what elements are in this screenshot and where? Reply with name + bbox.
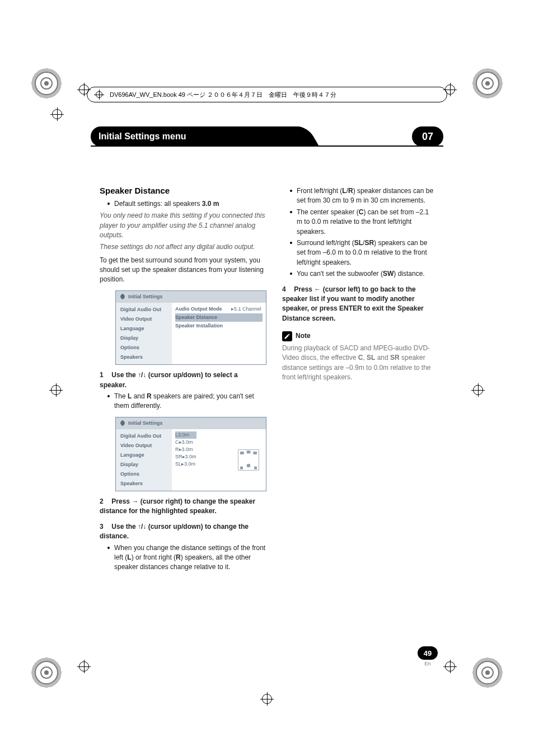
- page-number-badge: 49: [418, 646, 438, 660]
- osd-title: Initial Settings: [128, 293, 163, 300]
- step-1: 1 Use the ↑/↓ (cursor up/down) to select…: [100, 370, 266, 390]
- bullet-icon: [290, 190, 292, 192]
- note-italic-2: These settings do not affect any digital…: [100, 242, 266, 252]
- bullet-icon: [107, 395, 110, 397]
- bullet-icon: [290, 273, 292, 275]
- chapter-number-badge: 07: [412, 126, 443, 147]
- chapter-title: Initial Settings menu: [99, 132, 186, 142]
- osd-left-item: Language: [116, 450, 172, 460]
- osd-left-item: Options: [116, 469, 172, 479]
- print-header-bar: DV696AV_WV_EN.book 49 ページ ２００６年４月７日 金曜日 …: [87, 87, 447, 102]
- default-settings-row: Default settings: all speakers 3.0 m: [107, 199, 266, 209]
- osd-left-item: Options: [116, 343, 172, 353]
- note-heading: Note: [282, 331, 434, 341]
- section-title: Speaker Distance: [100, 185, 266, 197]
- osd-left-item: Display: [116, 334, 172, 343]
- bullet-icon: [290, 242, 292, 244]
- step-2: 2 Press → (cursor right) to change the s…: [100, 497, 266, 516]
- page-language: En: [418, 661, 438, 666]
- osd-left-item: Video Output: [116, 441, 172, 450]
- page-number-block: 49 En: [418, 646, 438, 666]
- right-bullet: The center speaker (C) can be set from –…: [290, 208, 434, 237]
- note-italic-1: You only need to make this setting if yo…: [100, 211, 266, 240]
- intro-paragraph: To get the best surround sound from your…: [100, 256, 266, 285]
- step-4: 4 Press ← (cursor left) to go back to th…: [282, 285, 434, 324]
- osd-left-item: Language: [116, 324, 172, 334]
- pencil-icon: [282, 331, 292, 341]
- registration-mark-tl: [35, 72, 58, 95]
- chapter-title-pill: Initial Settings menu: [91, 126, 303, 147]
- svg-point-1: [247, 464, 251, 468]
- svg-rect-2: [240, 452, 244, 454]
- bullet-icon: [107, 547, 110, 549]
- osd-left-list: Digital Audio Out Video Output Language …: [116, 429, 172, 491]
- osd-screenshot-2: Initial Settings Digital Audio Out Video…: [115, 417, 266, 491]
- osd-right-panel: L3.0m C▸3.0m R▸3.0m SR▸3.0m SL▸3.0m: [172, 429, 266, 491]
- osd-left-item: Display: [116, 460, 172, 469]
- right-bullet: Front left/right (L/R) speaker distances…: [290, 186, 434, 206]
- registration-cross: [49, 383, 63, 397]
- registration-mark-bl: [35, 661, 58, 684]
- osd-left-item: Digital Audio Out: [116, 305, 172, 314]
- bullet-icon: [107, 203, 110, 205]
- osd-left-item: Digital Audio Out: [116, 431, 172, 441]
- step-text: Use the ↑/↓ (cursor up/down) to change t…: [100, 523, 249, 540]
- settings-icon: [119, 293, 126, 300]
- registration-cross: [50, 107, 64, 121]
- svg-rect-3: [253, 452, 257, 454]
- osd-screenshot-1: Initial Settings Digital Audio Out Video…: [115, 290, 266, 365]
- step-number: 1: [100, 370, 110, 380]
- svg-rect-5: [240, 467, 243, 469]
- default-prefix: Default settings: all speakers: [114, 200, 202, 208]
- note-body: During playback of SACD and MPEG-audio D…: [282, 344, 434, 383]
- step1-bullet: The L and R speakers are paired; you can…: [107, 392, 266, 411]
- right-bullet: Surround left/right (SL/SR) speakers can…: [290, 238, 434, 267]
- left-column: Speaker Distance Default settings: all s…: [100, 185, 266, 574]
- default-value: 3.0 m: [202, 200, 219, 208]
- chapter-tab-bar: Initial Settings menu 07: [91, 126, 443, 147]
- osd-right-panel: Audio Output Mode▸ 5.1 Channel Speaker D…: [172, 303, 266, 364]
- step-text: Press → (cursor right) to change the spe…: [100, 497, 255, 515]
- step-text: Press ← (cursor left) to go back to the …: [282, 285, 424, 322]
- room-layout-icon: [235, 446, 263, 474]
- page-content: Speaker Distance Default settings: all s…: [100, 185, 434, 574]
- step-number: 4: [282, 285, 292, 294]
- svg-rect-6: [254, 467, 257, 469]
- step-text: Use the ↑/↓ (cursor up/down) to select a…: [100, 371, 238, 388]
- chapter-number: 07: [422, 131, 433, 143]
- registration-cross: [260, 692, 274, 706]
- distance-table: L3.0m C▸3.0m R▸3.0m SR▸3.0m SL▸3.0m: [175, 431, 196, 489]
- print-header-text: DV696AV_WV_EN.book 49 ページ ２００６年４月７日 金曜日 …: [110, 91, 336, 99]
- osd-left-item: Speakers: [116, 479, 172, 489]
- step-number: 3: [100, 522, 110, 532]
- registration-cross: [443, 660, 457, 673]
- page-number: 49: [424, 649, 432, 658]
- bullet-icon: [290, 211, 292, 213]
- settings-icon: [119, 420, 126, 426]
- svg-rect-4: [247, 450, 251, 453]
- registration-cross: [77, 660, 91, 673]
- right-bullet: You can't set the subwoofer (SW) distanc…: [290, 269, 434, 279]
- osd-title: Initial Settings: [128, 420, 163, 427]
- step-number: 2: [100, 497, 110, 506]
- bullseye-icon: [94, 90, 104, 100]
- step-3: 3 Use the ↑/↓ (cursor up/down) to change…: [100, 522, 266, 542]
- note-label: Note: [296, 331, 311, 341]
- registration-cross: [471, 383, 485, 397]
- step3-bullet: When you change the distance settings of…: [107, 543, 266, 572]
- registration-mark-br: [476, 661, 499, 684]
- osd-left-item: Speakers: [116, 353, 172, 362]
- osd-left-list: Digital Audio Out Video Output Language …: [116, 303, 172, 364]
- right-column: Front left/right (L/R) speaker distances…: [282, 185, 434, 574]
- registration-mark-tr: [476, 72, 499, 95]
- osd-left-item: Video Output: [116, 314, 172, 324]
